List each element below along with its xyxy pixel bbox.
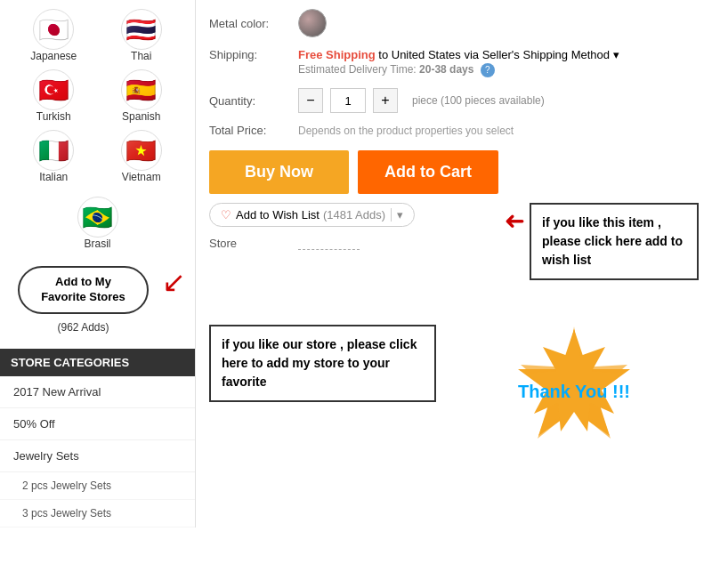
quantity-label: Quantity: — [209, 94, 298, 108]
store-annotation-area: if you like our store , please click her… — [209, 325, 436, 458]
delivery-time: Estimated Delivery Time: 20-38 days ? — [298, 63, 619, 77]
language-turkish[interactable]: 🇹🇷 Turkish — [13, 69, 94, 123]
metal-color-swatch[interactable] — [298, 9, 327, 37]
language-brasil-label: Brasil — [84, 238, 110, 250]
total-price-label: Total Price: — [209, 124, 298, 137]
flag-turkish: 🇹🇷 — [33, 69, 74, 110]
language-grid: 🇯🇵 Japanese 🇹🇭 Thai 🇹🇷 Turkish 🇪🇸 Spanis… — [0, 0, 195, 192]
delivery-help-icon[interactable]: ? — [481, 63, 495, 77]
quantity-controls: − + piece (100 pieces available) — [298, 88, 545, 113]
language-japanese[interactable]: 🇯🇵 Japanese — [13, 9, 94, 62]
total-price-row: Total Price: Depends on the product prop… — [209, 124, 699, 137]
buy-now-button[interactable]: Buy Now — [209, 150, 349, 194]
language-spanish[interactable]: 🇪🇸 Spanish — [101, 69, 182, 123]
quantity-input[interactable] — [330, 88, 366, 113]
category-2017-new-arrival[interactable]: 2017 New Arrival — [0, 376, 195, 408]
language-brasil[interactable]: 🇧🇷 Brasil — [0, 192, 195, 259]
category-3pcs-jewelry-sets[interactable]: 3 pcs Jewelry Sets — [0, 500, 195, 528]
sidebar: 🇯🇵 Japanese 🇹🇭 Thai 🇹🇷 Turkish 🇪🇸 Spanis… — [0, 0, 196, 528]
quantity-row: Quantity: − + piece (100 pieces availabl… — [209, 88, 699, 113]
shipping-text: Free Shipping to United States via Selle… — [298, 48, 619, 61]
thank-you-text-container: Thank You !!! — [518, 380, 630, 403]
quantity-increase-button[interactable]: + — [373, 88, 398, 113]
main-content: Metal color: Shipping: Free Shipping to … — [196, 0, 712, 528]
language-spanish-label: Spanish — [122, 110, 160, 123]
add-to-cart-button[interactable]: Add to Cart — [358, 150, 498, 194]
flag-thai: 🇹🇭 — [121, 9, 162, 50]
language-italian-label: Italian — [39, 171, 68, 183]
shipping-dropdown-icon[interactable]: ▾ — [613, 48, 619, 61]
category-50-off[interactable]: 50% Off — [0, 408, 195, 440]
store-annotation-box: if you like our store , please click her… — [209, 325, 436, 402]
shipping-label: Shipping: — [209, 48, 298, 61]
flag-japanese: 🇯🇵 — [33, 9, 74, 50]
flag-spanish: 🇪🇸 — [121, 69, 162, 110]
wishlist-annotation-text: if you like this item , please click her… — [542, 215, 683, 267]
category-jewelry-sets[interactable]: Jewelry Sets — [0, 440, 195, 472]
language-thai[interactable]: 🇹🇭 Thai — [101, 9, 182, 62]
language-vietnam-label: Vietnam — [122, 171, 161, 183]
shipping-info: Free Shipping to United States via Selle… — [298, 48, 619, 77]
store-link[interactable] — [298, 236, 360, 250]
action-buttons: Buy Now Add to Cart — [209, 150, 699, 194]
quantity-decrease-button[interactable]: − — [298, 88, 323, 113]
bottom-section: if you like our store , please click her… — [209, 316, 699, 458]
flag-brasil: 🇧🇷 — [77, 197, 118, 238]
language-turkish-label: Turkish — [36, 110, 71, 123]
wishlist-dropdown-icon[interactable]: ▾ — [391, 208, 403, 222]
language-italian[interactable]: 🇮🇹 Italian — [13, 130, 94, 183]
store-adds-count: (962 Adds) — [9, 321, 158, 341]
wishlist-section: ♡ Add to Wish List (1481 Adds) ▾ Store ➜ — [209, 203, 699, 280]
wishlist-label: Add to Wish List — [236, 208, 320, 222]
add-to-store-button[interactable]: Add to MyFavorite Stores — [18, 266, 149, 314]
thank-you-text: Thank You !!! — [518, 380, 630, 403]
starburst-container: Thank You !!! — [507, 325, 641, 458]
thank-you-section: Thank You !!! — [449, 325, 699, 458]
red-arrow-left-icon: ➜ — [505, 207, 525, 237]
arrow-down-store-icon: ↙ — [162, 266, 186, 298]
add-to-wishlist-button[interactable]: ♡ Add to Wish List (1481 Adds) ▾ — [209, 203, 415, 227]
add-to-store-label: Add to MyFavorite Stores — [41, 275, 125, 303]
metal-color-label: Metal color: — [209, 17, 298, 30]
language-vietnam[interactable]: 🇻🇳 Vietnam — [101, 130, 182, 183]
language-japanese-label: Japanese — [30, 50, 77, 62]
heart-icon: ♡ — [221, 208, 231, 222]
store-label: Store — [209, 237, 298, 250]
total-price-note: Depends on the product properties you se… — [298, 125, 514, 137]
flag-italian: 🇮🇹 — [33, 130, 74, 171]
shipping-row: Shipping: Free Shipping to United States… — [209, 48, 699, 77]
store-categories-header: STORE CATEGORIES — [0, 349, 195, 376]
language-thai-label: Thai — [131, 50, 151, 62]
store-annotation-text: if you like our store , please click her… — [222, 337, 417, 389]
quantity-note: piece (100 pieces available) — [412, 94, 545, 107]
metal-color-row: Metal color: — [209, 9, 699, 37]
category-2pcs-jewelry-sets[interactable]: 2 pcs Jewelry Sets — [0, 472, 195, 500]
arrow-to-wishlist: ➜ — [505, 207, 525, 237]
wishlist-annotation-area: ➜ if you like this item , please click h… — [505, 203, 699, 280]
wishlist-adds: (1481 Adds) — [323, 208, 385, 222]
store-row: Store — [209, 236, 496, 250]
wishlist-annotation-box: if you like this item , please click her… — [530, 203, 699, 280]
flag-vietnam: 🇻🇳 — [121, 130, 162, 171]
